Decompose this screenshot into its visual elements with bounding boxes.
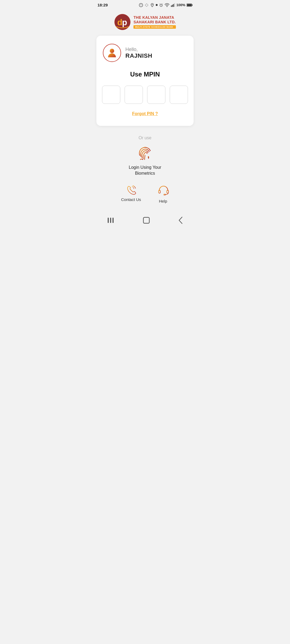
help-label: Help <box>159 199 167 204</box>
username-label: RAJNISH <box>125 52 152 59</box>
svg-rect-23 <box>143 217 149 223</box>
mpin-digit-1[interactable] <box>102 86 120 104</box>
nav-menu-button[interactable] <box>104 216 118 224</box>
bank-badge: MULTI-STATE SCHEDULED BANK <box>133 25 176 29</box>
person-icon <box>106 47 118 59</box>
svg-text:p: p <box>122 18 127 27</box>
greeting-text: Hello, RAJNISH <box>125 47 152 59</box>
mpin-digit-3[interactable] <box>147 86 165 104</box>
fingerprint-icon <box>137 146 153 162</box>
svg-rect-8 <box>174 3 175 7</box>
main-card: Hello, RAJNISH Use MPIN Forgot PIN ? <box>96 36 194 126</box>
svg-point-16 <box>110 49 114 53</box>
svg-rect-6 <box>172 5 173 7</box>
nav-back-button[interactable] <box>175 215 186 225</box>
status-icons: 100% <box>139 3 193 7</box>
notification-dot <box>156 4 158 6</box>
mpin-label: Use MPIN <box>130 71 160 78</box>
status-bar: 18:29 <box>93 0 197 9</box>
user-avatar <box>103 44 121 62</box>
svg-point-1 <box>141 6 141 6</box>
svg-point-4 <box>167 6 167 7</box>
phone-icon <box>126 185 136 195</box>
hello-label: Hello, <box>125 47 152 52</box>
nav-back-icon <box>178 217 183 224</box>
biometric-label: Login Using YourBiometrics <box>129 164 161 177</box>
svg-rect-10 <box>192 4 193 6</box>
mpin-inputs <box>102 86 188 104</box>
nav-bar <box>93 212 197 230</box>
nav-menu-icon <box>107 217 114 223</box>
bank-logo-emblem: d p <box>114 14 131 30</box>
svg-rect-5 <box>171 5 172 7</box>
svg-rect-22 <box>113 218 114 223</box>
svg-rect-11 <box>187 4 191 6</box>
alarm-icon <box>159 3 163 7</box>
bottom-actions: Contact Us Help <box>93 177 197 209</box>
svg-rect-20 <box>108 218 109 223</box>
mpin-digit-4[interactable] <box>170 86 188 104</box>
svg-rect-21 <box>110 218 111 223</box>
location-icon <box>150 3 154 7</box>
nav-home-icon <box>143 217 150 224</box>
user-greeting: Hello, RAJNISH <box>103 44 187 62</box>
alert-icon <box>139 3 143 7</box>
battery-icon <box>187 3 193 7</box>
help-button[interactable]: Help <box>157 185 169 204</box>
contact-us-button[interactable]: Contact Us <box>121 185 141 204</box>
nav-home-button[interactable] <box>140 216 153 225</box>
contact-us-label: Contact Us <box>121 197 141 202</box>
battery-percent: 100% <box>176 3 185 7</box>
logo-area: d p THE KALYAN JANATA SAHAKARI BANK LTD.… <box>93 9 197 36</box>
or-text: Or use <box>139 136 151 140</box>
headset-icon <box>157 185 169 196</box>
bank-name-line1: THE KALYAN JANATA <box>133 15 176 20</box>
biometric-login-button[interactable]: Login Using YourBiometrics <box>129 146 161 177</box>
svg-rect-7 <box>173 4 174 7</box>
status-time: 18:29 <box>97 3 108 7</box>
wifi-icon <box>165 3 169 7</box>
bank-name-line2: SAHAKARI BANK LTD. <box>133 20 176 24</box>
logo-text-block: THE KALYAN JANATA SAHAKARI BANK LTD. MUL… <box>133 15 176 29</box>
sync-icon <box>144 3 149 7</box>
svg-text:d: d <box>117 18 122 27</box>
logo-container: d p THE KALYAN JANATA SAHAKARI BANK LTD.… <box>114 14 176 30</box>
mpin-digit-2[interactable] <box>125 86 143 104</box>
or-use-section: Or use <box>93 136 197 177</box>
signal-icon <box>171 3 175 7</box>
forgot-pin-button[interactable]: Forgot PIN ? <box>132 111 158 116</box>
svg-point-2 <box>152 4 153 5</box>
